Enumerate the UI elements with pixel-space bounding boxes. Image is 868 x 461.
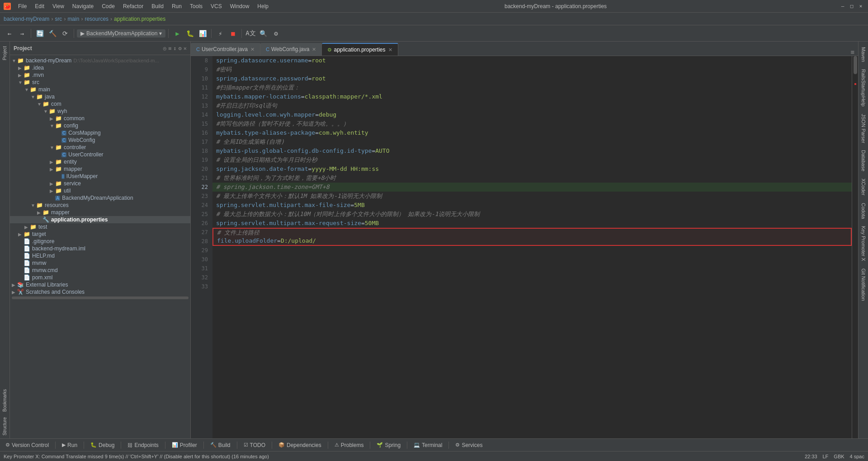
bottom-tab-debug[interactable]: 🐛 Debug <box>87 440 118 451</box>
tree-item-25[interactable]: 📄 .gitignore <box>10 238 190 245</box>
tree-item-18[interactable]: ▶ 📁 util <box>10 187 190 194</box>
run-button[interactable]: ▶ <box>171 28 183 39</box>
scroll-thumb[interactable] <box>854 56 857 74</box>
translate-button[interactable]: A文 <box>245 28 256 39</box>
breadcrumb-resources[interactable]: resources <box>85 16 108 22</box>
tab-close-tab2[interactable]: ✕ <box>312 47 316 52</box>
tab-close-tab3[interactable]: ✕ <box>388 47 392 53</box>
menu-item-navigate[interactable]: Navigate <box>69 2 97 10</box>
tree-item-29[interactable]: 📄 mvnw.cmd <box>10 267 190 274</box>
menu-item-help[interactable]: Help <box>254 2 272 10</box>
minimize-button[interactable]: — <box>839 3 846 10</box>
menu-item-build[interactable]: Build <box>148 2 167 10</box>
menu-item-edit[interactable]: Edit <box>31 2 48 10</box>
scroll-indicator[interactable] <box>852 56 858 438</box>
sidebar-collapse-icon[interactable]: ≡ <box>168 45 171 52</box>
editor[interactable]: 8910111213141516171819202122232425262728… <box>191 56 858 438</box>
tree-item-5[interactable]: ▼ 📁 java <box>10 93 190 100</box>
bottom-tab-todo[interactable]: ☑ TODO <box>240 440 269 451</box>
menu-item-vcs[interactable]: VCS <box>207 2 226 10</box>
tree-item-24[interactable]: ▶ 📁 target <box>10 230 190 238</box>
sidebar-locate-icon[interactable]: ◎ <box>163 45 166 52</box>
tree-item-6[interactable]: ▼ 📁 com <box>10 100 190 108</box>
database-panel-button[interactable]: Database <box>860 146 867 175</box>
breadcrumb-project[interactable]: backend-myDream <box>4 16 49 22</box>
tree-item-13[interactable]: C UserController <box>10 151 190 158</box>
tree-item-12[interactable]: ▼ 📁 controller <box>10 144 190 151</box>
bottom-tab-problems[interactable]: ⚠ Problems <box>331 440 368 451</box>
menu-item-window[interactable]: Window <box>226 2 253 10</box>
git-notification-panel-button[interactable]: Git Notification <box>860 265 867 305</box>
refresh-button[interactable]: 🔄 <box>34 28 46 39</box>
tree-item-22[interactable]: 🔧 application.properties <box>10 216 190 223</box>
sidebar-settings-icon[interactable]: ⚙ <box>179 45 182 52</box>
breadcrumb-file[interactable]: application.properties <box>114 16 165 22</box>
profile-button[interactable]: ⚡ <box>214 28 226 39</box>
tab-tab2[interactable]: C WebConfig.java ✕ <box>260 43 322 56</box>
forward-button[interactable]: → <box>16 28 28 39</box>
menu-item-tools[interactable]: Tools <box>186 2 206 10</box>
tree-item-28[interactable]: 📄 mvnw <box>10 259 190 267</box>
bottom-tab-version-control[interactable]: ⚙ Version Control <box>2 440 52 451</box>
sidebar-scrollbar[interactable] <box>12 296 189 299</box>
bottom-tab-terminal[interactable]: 💻 Terminal <box>410 440 446 451</box>
menu-item-file[interactable]: File <box>14 2 30 10</box>
rails-panel-button[interactable]: RailsStartupHelp <box>860 66 867 110</box>
tree-item-31[interactable]: ▶ 📚 External Libraries <box>10 281 190 288</box>
codota-panel-button[interactable]: Codota <box>860 199 867 222</box>
tree-item-32[interactable]: ▶ ✂️ Scratches and Consoles <box>10 288 190 296</box>
tree-item-21[interactable]: ▶ 📁 mapper <box>10 209 190 216</box>
bottom-tab-services[interactable]: ⚙ Services <box>452 440 486 451</box>
tab-tab1[interactable]: C UserController.java ✕ <box>191 43 260 56</box>
status-crlf[interactable]: LF <box>823 454 829 459</box>
maximize-button[interactable]: □ <box>848 3 855 10</box>
sync-button[interactable]: ⟳ <box>59 28 71 39</box>
menu-item-refactor[interactable]: Refactor <box>119 2 147 10</box>
coverage-button[interactable]: 📊 <box>197 28 208 39</box>
bottom-tab-run[interactable]: ▶ Run <box>58 440 81 451</box>
bottom-tab-profiler[interactable]: 📊 Profiler <box>168 440 201 451</box>
tabs-more-button[interactable]: ≡ <box>847 48 858 56</box>
menu-item-code[interactable]: Code <box>98 2 118 10</box>
tree-item-19[interactable]: A BackendMyDreamApplication <box>10 194 190 202</box>
close-button[interactable]: ✕ <box>857 3 864 10</box>
key-promoter-panel-button[interactable]: Key Promoter X <box>860 222 867 265</box>
tree-item-10[interactable]: C CorsMapping <box>10 129 190 136</box>
bookmarks-panel-button[interactable]: Bookmarks <box>1 386 8 414</box>
tab-close-tab1[interactable]: ✕ <box>250 47 255 52</box>
tree-item-9[interactable]: ▼ 📁 config <box>10 122 190 129</box>
tree-item-16[interactable]: I IUserMapper <box>10 173 190 180</box>
stop-button[interactable]: ■ <box>227 28 239 39</box>
sidebar-sort-icon[interactable]: ↕ <box>173 45 176 52</box>
bottom-tab-dependencies[interactable]: 📦 Dependencies <box>275 440 325 451</box>
debug-button[interactable]: 🐛 <box>184 28 196 39</box>
code-area[interactable]: spring.datasource.username=root#密码spring… <box>212 56 852 438</box>
project-panel-button[interactable]: Project <box>1 43 8 63</box>
tree-item-4[interactable]: ▼ 📁 main <box>10 86 190 93</box>
tree-item-20[interactable]: ▼ 📁 resources <box>10 202 190 209</box>
tree-item-2[interactable]: ▶ 📁 .mvn <box>10 71 190 79</box>
back-button[interactable]: ← <box>4 28 15 39</box>
json-parser-panel-button[interactable]: JSON Parser <box>860 110 867 147</box>
xcoder-panel-button[interactable]: XCoder <box>860 175 867 199</box>
run-config-dropdown[interactable]: ▶ BackendMyDreamApplication ▾ <box>77 29 165 38</box>
maven-panel-button[interactable]: Maven <box>860 43 867 66</box>
build-button[interactable]: 🔨 <box>47 28 58 39</box>
bottom-tab-build[interactable]: 🔨 Build <box>207 440 234 451</box>
tree-item-8[interactable]: ▶ 📁 common <box>10 115 190 122</box>
tree-item-14[interactable]: ▶ 📁 entity <box>10 158 190 165</box>
tree-item-11[interactable]: C WebConfig <box>10 136 190 144</box>
sidebar-hide-icon[interactable]: ✕ <box>184 45 187 52</box>
bottom-tab-endpoints[interactable]: ⛓ Endpoints <box>124 440 162 451</box>
settings-button[interactable]: ⚙ <box>270 28 282 39</box>
menu-item-view[interactable]: View <box>49 2 68 10</box>
status-encoding[interactable]: GBK <box>834 454 844 459</box>
status-line-col[interactable]: 22:33 <box>805 454 817 459</box>
tab-tab3[interactable]: ⚙ application.properties ✕ <box>322 43 398 56</box>
status-indent[interactable]: 4 spac <box>850 454 864 459</box>
search-button[interactable]: 🔍 <box>257 28 269 39</box>
tree-item-3[interactable]: ▼ 📁 src <box>10 79 190 86</box>
tree-item-26[interactable]: 📄 backend-mydream.iml <box>10 245 190 252</box>
tree-item-27[interactable]: 📄 HELP.md <box>10 252 190 259</box>
tree-item-30[interactable]: 📄 pom.xml <box>10 274 190 281</box>
